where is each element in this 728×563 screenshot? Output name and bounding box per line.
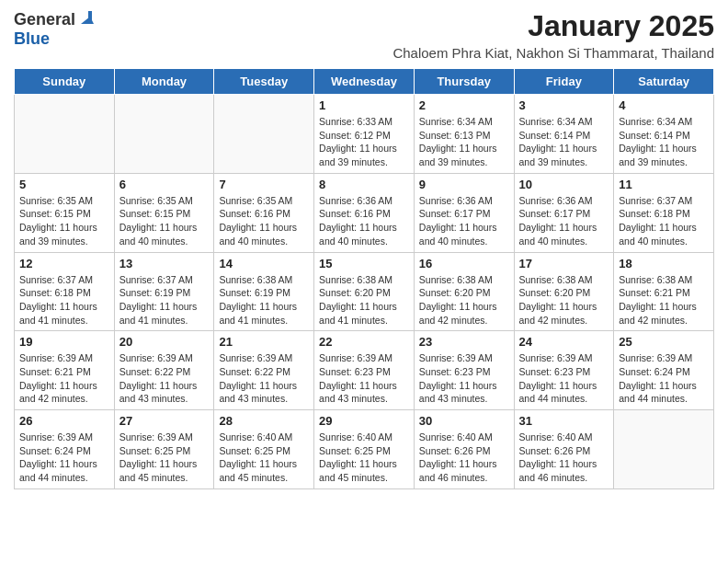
day-number: 29 <box>319 414 409 428</box>
day-number: 26 <box>19 414 109 428</box>
day-info: Sunrise: 6:34 AMSunset: 6:14 PMDaylight:… <box>519 115 609 169</box>
calendar-cell <box>614 410 714 489</box>
calendar-cell <box>114 95 214 174</box>
day-info: Sunrise: 6:40 AMSunset: 6:26 PMDaylight:… <box>419 431 509 485</box>
calendar-cell: 26Sunrise: 6:39 AMSunset: 6:24 PMDayligh… <box>15 410 115 489</box>
day-info: Sunrise: 6:35 AMSunset: 6:16 PMDaylight:… <box>219 194 309 248</box>
logo: General Blue <box>14 9 94 49</box>
calendar-cell: 16Sunrise: 6:38 AMSunset: 6:20 PMDayligh… <box>414 252 514 331</box>
day-info: Sunrise: 6:39 AMSunset: 6:25 PMDaylight:… <box>119 431 210 485</box>
title-block: January 2025 Chaloem Phra Kiat, Nakhon S… <box>94 9 714 61</box>
calendar-body: 1Sunrise: 6:33 AMSunset: 6:12 PMDaylight… <box>15 95 714 489</box>
day-number: 11 <box>619 178 709 191</box>
day-info: Sunrise: 6:39 AMSunset: 6:22 PMDaylight:… <box>219 351 309 406</box>
calendar-header-row: SundayMondayTuesdayWednesdayThursdayFrid… <box>15 69 714 95</box>
day-info: Sunrise: 6:38 AMSunset: 6:20 PMDaylight:… <box>519 273 609 327</box>
calendar-cell: 11Sunrise: 6:37 AMSunset: 6:18 PMDayligh… <box>614 173 714 252</box>
calendar-cell: 19Sunrise: 6:39 AMSunset: 6:21 PMDayligh… <box>15 331 115 410</box>
calendar-cell: 20Sunrise: 6:39 AMSunset: 6:22 PMDayligh… <box>114 331 214 410</box>
day-number: 22 <box>319 335 409 349</box>
day-number: 2 <box>419 98 509 112</box>
calendar-cell: 1Sunrise: 6:33 AMSunset: 6:12 PMDaylight… <box>314 95 415 174</box>
day-number: 5 <box>19 178 109 191</box>
subtitle: Chaloem Phra Kiat, Nakhon Si Thammarat, … <box>94 45 714 61</box>
day-number: 21 <box>219 335 309 349</box>
day-info: Sunrise: 6:39 AMSunset: 6:22 PMDaylight:… <box>119 351 210 406</box>
calendar-cell: 10Sunrise: 6:36 AMSunset: 6:17 PMDayligh… <box>514 173 614 252</box>
day-info: Sunrise: 6:35 AMSunset: 6:15 PMDaylight:… <box>19 194 109 248</box>
day-info: Sunrise: 6:40 AMSunset: 6:25 PMDaylight:… <box>219 431 309 485</box>
day-number: 17 <box>519 257 609 270</box>
day-info: Sunrise: 6:38 AMSunset: 6:20 PMDaylight:… <box>419 273 509 327</box>
logo-blue-text: Blue <box>14 29 50 48</box>
calendar-cell: 4Sunrise: 6:34 AMSunset: 6:14 PMDaylight… <box>614 95 714 174</box>
day-number: 6 <box>119 178 210 191</box>
day-info: Sunrise: 6:38 AMSunset: 6:21 PMDaylight:… <box>619 273 709 327</box>
logo-general-text: General <box>14 10 75 29</box>
day-number: 27 <box>119 414 210 428</box>
day-number: 9 <box>419 178 509 191</box>
calendar-cell: 17Sunrise: 6:38 AMSunset: 6:20 PMDayligh… <box>514 252 614 331</box>
day-number: 24 <box>519 335 609 349</box>
day-number: 14 <box>219 257 309 270</box>
calendar-cell: 22Sunrise: 6:39 AMSunset: 6:23 PMDayligh… <box>314 331 415 410</box>
calendar-cell: 9Sunrise: 6:36 AMSunset: 6:17 PMDaylight… <box>414 173 514 252</box>
calendar-cell <box>15 95 115 174</box>
day-info: Sunrise: 6:36 AMSunset: 6:17 PMDaylight:… <box>419 194 509 248</box>
calendar-cell: 7Sunrise: 6:35 AMSunset: 6:16 PMDaylight… <box>214 173 314 252</box>
col-header-wednesday: Wednesday <box>314 69 415 95</box>
day-number: 10 <box>519 178 609 191</box>
calendar-cell: 24Sunrise: 6:39 AMSunset: 6:23 PMDayligh… <box>514 331 614 410</box>
day-info: Sunrise: 6:36 AMSunset: 6:16 PMDaylight:… <box>319 194 409 248</box>
calendar-cell: 27Sunrise: 6:39 AMSunset: 6:25 PMDayligh… <box>114 410 214 489</box>
col-header-friday: Friday <box>514 69 614 95</box>
calendar-cell: 23Sunrise: 6:39 AMSunset: 6:23 PMDayligh… <box>414 331 514 410</box>
calendar-table: SundayMondayTuesdayWednesdayThursdayFrid… <box>14 68 714 489</box>
calendar-week-5: 26Sunrise: 6:39 AMSunset: 6:24 PMDayligh… <box>15 410 714 489</box>
calendar-cell <box>214 95 314 174</box>
day-number: 28 <box>219 414 309 428</box>
day-number: 23 <box>419 335 509 349</box>
day-number: 19 <box>19 335 109 349</box>
calendar-week-2: 5Sunrise: 6:35 AMSunset: 6:15 PMDaylight… <box>15 173 714 252</box>
day-number: 3 <box>519 98 609 112</box>
calendar-cell: 12Sunrise: 6:37 AMSunset: 6:18 PMDayligh… <box>15 252 115 331</box>
svg-rect-1 <box>88 11 92 20</box>
day-number: 15 <box>319 257 409 270</box>
day-number: 7 <box>219 178 309 191</box>
calendar-week-4: 19Sunrise: 6:39 AMSunset: 6:21 PMDayligh… <box>15 331 714 410</box>
calendar-cell: 14Sunrise: 6:38 AMSunset: 6:19 PMDayligh… <box>214 252 314 331</box>
day-number: 16 <box>419 257 509 270</box>
day-number: 12 <box>19 257 109 270</box>
calendar-cell: 18Sunrise: 6:38 AMSunset: 6:21 PMDayligh… <box>614 252 714 331</box>
col-header-thursday: Thursday <box>414 69 514 95</box>
day-number: 30 <box>419 414 509 428</box>
calendar-cell: 2Sunrise: 6:34 AMSunset: 6:13 PMDaylight… <box>414 95 514 174</box>
calendar-cell: 5Sunrise: 6:35 AMSunset: 6:15 PMDaylight… <box>15 173 115 252</box>
calendar-cell: 30Sunrise: 6:40 AMSunset: 6:26 PMDayligh… <box>414 410 514 489</box>
calendar-cell: 6Sunrise: 6:35 AMSunset: 6:15 PMDaylight… <box>114 173 214 252</box>
day-info: Sunrise: 6:37 AMSunset: 6:18 PMDaylight:… <box>619 194 709 248</box>
calendar-week-3: 12Sunrise: 6:37 AMSunset: 6:18 PMDayligh… <box>15 252 714 331</box>
calendar-cell: 15Sunrise: 6:38 AMSunset: 6:20 PMDayligh… <box>314 252 415 331</box>
day-number: 31 <box>519 414 609 428</box>
main-title: January 2025 <box>94 9 714 43</box>
calendar-cell: 8Sunrise: 6:36 AMSunset: 6:16 PMDaylight… <box>314 173 415 252</box>
calendar-cell: 25Sunrise: 6:39 AMSunset: 6:24 PMDayligh… <box>614 331 714 410</box>
day-number: 1 <box>319 98 409 112</box>
day-info: Sunrise: 6:39 AMSunset: 6:21 PMDaylight:… <box>19 351 109 406</box>
day-number: 18 <box>619 257 709 270</box>
day-info: Sunrise: 6:39 AMSunset: 6:24 PMDaylight:… <box>619 351 709 406</box>
day-number: 13 <box>119 257 210 270</box>
day-info: Sunrise: 6:39 AMSunset: 6:23 PMDaylight:… <box>319 351 409 406</box>
day-info: Sunrise: 6:40 AMSunset: 6:26 PMDaylight:… <box>519 431 609 485</box>
day-info: Sunrise: 6:38 AMSunset: 6:20 PMDaylight:… <box>319 273 409 327</box>
calendar-cell: 31Sunrise: 6:40 AMSunset: 6:26 PMDayligh… <box>514 410 614 489</box>
calendar-week-1: 1Sunrise: 6:33 AMSunset: 6:12 PMDaylight… <box>15 95 714 174</box>
day-info: Sunrise: 6:40 AMSunset: 6:25 PMDaylight:… <box>319 431 409 485</box>
day-number: 8 <box>319 178 409 191</box>
day-number: 20 <box>119 335 210 349</box>
day-info: Sunrise: 6:34 AMSunset: 6:14 PMDaylight:… <box>619 115 709 169</box>
calendar-cell: 3Sunrise: 6:34 AMSunset: 6:14 PMDaylight… <box>514 95 614 174</box>
col-header-tuesday: Tuesday <box>214 69 314 95</box>
